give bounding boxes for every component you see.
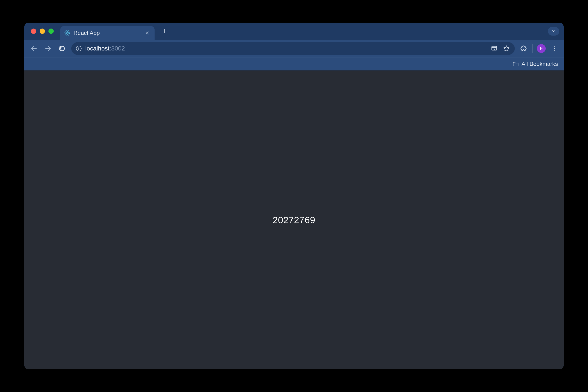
browser-menu-button[interactable]	[549, 43, 560, 54]
toolbar: localhost:3002	[24, 40, 564, 57]
arrow-left-icon	[30, 45, 37, 52]
reload-icon	[59, 45, 65, 52]
url-port: :3002	[110, 45, 125, 52]
kebab-icon	[552, 46, 557, 51]
install-app-icon	[491, 45, 497, 52]
forward-button[interactable]	[42, 42, 54, 55]
window-fullscreen-button[interactable]	[48, 28, 54, 34]
all-bookmarks-label: All Bookmarks	[522, 60, 558, 68]
site-info-button[interactable]	[75, 45, 82, 52]
puzzle-icon	[520, 45, 527, 52]
svg-point-17	[554, 46, 555, 47]
window-close-button[interactable]	[31, 28, 36, 34]
tab-strip: React App	[24, 22, 564, 40]
info-icon	[76, 46, 82, 52]
install-app-button[interactable]	[488, 43, 500, 54]
arrow-right-icon	[44, 45, 51, 52]
tab-title: React App	[73, 30, 141, 36]
reload-button[interactable]	[56, 42, 68, 55]
url-display: localhost:3002	[85, 45, 485, 52]
close-tab-button[interactable]	[144, 30, 151, 36]
bookmarks-bar: All Bookmarks	[24, 57, 564, 70]
folder-icon	[512, 61, 519, 68]
new-tab-button[interactable]	[159, 26, 170, 37]
back-button[interactable]	[28, 42, 40, 55]
browser-tab[interactable]: React App	[60, 26, 155, 40]
chevron-down-icon	[551, 29, 556, 34]
svg-point-12	[78, 47, 79, 48]
window-minimize-button[interactable]	[40, 28, 45, 34]
svg-point-0	[67, 32, 68, 34]
react-icon	[64, 30, 70, 36]
toolbar-divider	[532, 44, 533, 53]
profile-initial: F	[540, 46, 543, 51]
svg-point-19	[554, 50, 555, 50]
bookmark-page-button[interactable]	[501, 43, 512, 54]
search-tabs-button[interactable]	[548, 27, 559, 36]
page-viewport: 20272769	[24, 70, 564, 370]
star-icon	[503, 45, 510, 52]
all-bookmarks-button[interactable]: All Bookmarks	[511, 59, 560, 69]
page-content-value: 20272769	[273, 215, 316, 226]
svg-point-18	[554, 48, 555, 49]
extensions-button[interactable]	[518, 43, 529, 54]
browser-window: React App	[24, 22, 564, 370]
profile-avatar[interactable]: F	[537, 44, 546, 53]
address-bar[interactable]: localhost:3002	[71, 42, 515, 55]
url-host: localhost	[85, 45, 110, 52]
svg-marker-16	[504, 46, 509, 51]
window-controls	[27, 28, 58, 34]
